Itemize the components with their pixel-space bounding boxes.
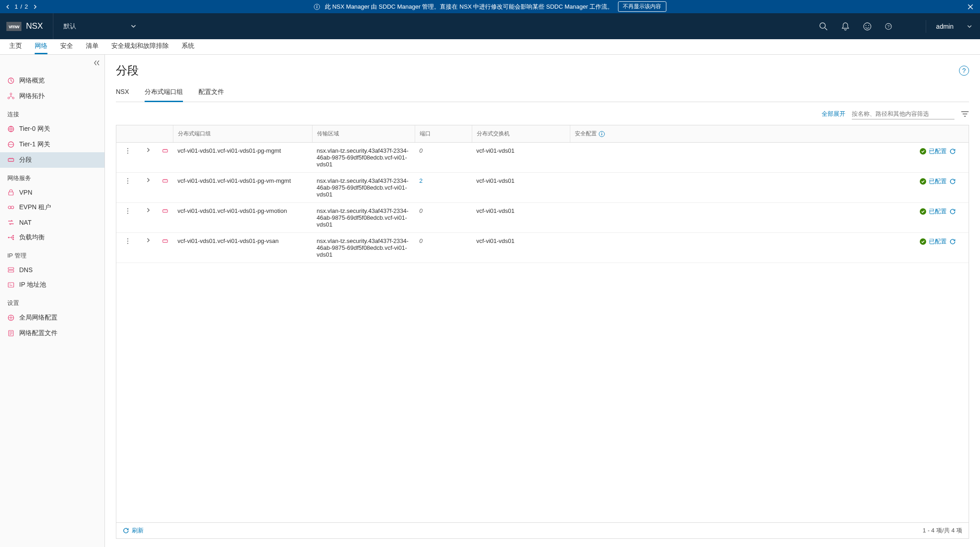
sub-tabs: NSX 分布式端口组 配置文件 [116, 85, 969, 102]
th-zone[interactable]: 传输区域 [312, 125, 415, 142]
data-table: 分布式端口组 传输区域 端口 分布式交换机 安全配置 vcf-vi01-vds0… [116, 125, 969, 539]
expand-row-icon[interactable] [146, 177, 151, 183]
expand-row-icon[interactable] [146, 207, 151, 213]
th-security[interactable]: 安全配置 [570, 125, 969, 142]
svg-rect-30 [601, 133, 602, 135]
cell-name: vcf-vi01-vds01.vcf-vi01-vds01-pg-vmotion [173, 203, 312, 219]
page-help-button[interactable]: ? [959, 66, 969, 76]
global-icon [7, 314, 15, 321]
refresh-button[interactable]: 刷新 [123, 526, 144, 535]
cell-name: vcf-vi01-vds01.vcf-vi01-vds01-pg-mgmt [173, 143, 312, 159]
svg-point-1 [317, 5, 318, 6]
sidebar-item-segments[interactable]: 分段 [0, 152, 104, 168]
sidebar-item-ippool[interactable]: IP 地址池 [0, 277, 104, 293]
refresh-icon[interactable] [949, 178, 956, 185]
banner-dismiss-button[interactable]: 不再显示该内容 [618, 1, 666, 12]
app-header: vmw NSX 默认 ? admin [0, 13, 980, 39]
refresh-icon[interactable] [949, 148, 956, 155]
table-body: vcf-vi01-vds01.vcf-vi01-vds01-pg-mgmtnsx… [116, 143, 969, 522]
row-actions-icon[interactable] [125, 207, 131, 215]
sidebar-item-lb[interactable]: 负载均衡 [0, 230, 104, 245]
row-actions-icon[interactable] [125, 147, 131, 155]
sidebar: 网络概览 网络拓扑 连接 Tier-0 网关 Tier-1 网关 分段 网络服务… [0, 55, 105, 547]
security-status-link[interactable]: 已配置 [929, 177, 947, 186]
cell-port[interactable]: 2 [415, 173, 472, 189]
cell-name: vcf-vi01-vds01.vcf-vi01-vds01-pg-vsan [173, 233, 312, 249]
sidebar-item-topology[interactable]: 网络拓扑 [0, 88, 104, 104]
banner-prev-icon[interactable] [5, 5, 10, 9]
svg-point-41 [127, 208, 129, 210]
sidebar-item-nat[interactable]: NAT [0, 215, 104, 230]
svg-point-36 [127, 178, 129, 180]
refresh-icon [123, 527, 129, 534]
expand-all-link[interactable]: 全部展开 [822, 110, 845, 118]
svg-point-31 [127, 148, 129, 150]
overview-icon [7, 77, 15, 84]
svg-rect-15 [8, 159, 14, 161]
user-menu[interactable]: admin [930, 23, 980, 30]
profile-icon [7, 330, 15, 337]
sidebar-item-dns[interactable]: DNS [0, 263, 104, 277]
sidebar-collapse-icon[interactable] [94, 60, 100, 66]
cell-switch: vcf-vi01-vds01 [472, 203, 570, 219]
notifications-button[interactable] [834, 13, 856, 39]
banner-next-icon[interactable] [33, 5, 37, 9]
filter-icon[interactable] [961, 111, 969, 117]
filter-input[interactable] [852, 108, 954, 119]
svg-point-46 [127, 238, 129, 240]
security-status-link[interactable]: 已配置 [929, 207, 947, 216]
user-name: admin [936, 23, 954, 30]
subtab-profiles[interactable]: 配置文件 [198, 85, 224, 102]
portgroup-icon [162, 147, 168, 155]
svg-point-4 [864, 23, 871, 30]
svg-point-33 [127, 153, 129, 154]
sidebar-group-ip: IP 管理 [0, 245, 104, 263]
th-name[interactable]: 分布式端口组 [173, 125, 312, 142]
help-button[interactable]: ? [878, 13, 900, 39]
sidebar-item-global[interactable]: 全局网络配置 [0, 310, 104, 325]
row-actions-icon[interactable] [125, 177, 131, 185]
toolbar: 全部展开 [116, 108, 969, 119]
sidebar-item-tier0[interactable]: Tier-0 网关 [0, 121, 104, 137]
th-switch[interactable]: 分布式交换机 [472, 125, 570, 142]
expand-row-icon[interactable] [146, 237, 151, 243]
tab-network[interactable]: 网络 [35, 39, 47, 54]
tab-home[interactable]: 主页 [9, 39, 22, 54]
sidebar-item-label: 网络拓扑 [19, 92, 45, 100]
th-port[interactable]: 端口 [415, 125, 472, 142]
info-icon[interactable] [599, 131, 605, 137]
svg-point-20 [13, 235, 14, 237]
subtab-dvpg[interactable]: 分布式端口组 [145, 85, 183, 102]
refresh-icon[interactable] [949, 238, 956, 245]
vmw-logo: vmw [6, 22, 21, 31]
tab-inventory[interactable]: 清单 [86, 39, 99, 54]
row-actions-icon[interactable] [125, 237, 131, 245]
subtab-nsx[interactable]: NSX [116, 85, 129, 102]
sidebar-item-vpn[interactable]: VPN [0, 185, 104, 200]
theme-toggle[interactable] [900, 13, 922, 39]
ippool-icon [7, 281, 15, 289]
svg-point-21 [13, 237, 14, 238]
sidebar-item-profile[interactable]: 网络配置文件 [0, 325, 104, 341]
sidebar-item-label: 网络配置文件 [19, 329, 57, 337]
sidebar-item-overview[interactable]: 网络概览 [0, 73, 104, 88]
table-row: vcf-vi01-vds01.vcf-vi01-vds01-pg-mgmtnsx… [116, 143, 969, 173]
security-status-link[interactable]: 已配置 [929, 147, 947, 155]
topology-icon [7, 93, 15, 100]
tab-planning[interactable]: 安全规划和故障排除 [111, 39, 169, 54]
sidebar-item-evpn[interactable]: EVPN 租户 [0, 200, 104, 215]
banner-message: 此 NSX Manager 由 SDDC Manager 管理。直接在 NSX … [325, 3, 614, 11]
refresh-icon[interactable] [949, 208, 956, 215]
tab-system[interactable]: 系统 [182, 39, 194, 54]
expand-row-icon[interactable] [146, 147, 151, 153]
svg-rect-39 [163, 180, 168, 182]
search-button[interactable] [813, 13, 834, 39]
gateway-icon [7, 125, 15, 133]
context-selector[interactable]: 默认 [53, 22, 146, 31]
security-status-link[interactable]: 已配置 [929, 237, 947, 246]
tab-security[interactable]: 安全 [60, 39, 73, 54]
feedback-button[interactable] [856, 13, 878, 39]
close-icon[interactable] [967, 4, 974, 10]
row-count: 1 - 4 项/共 4 项 [923, 526, 962, 535]
sidebar-item-tier1[interactable]: Tier-1 网关 [0, 137, 104, 152]
